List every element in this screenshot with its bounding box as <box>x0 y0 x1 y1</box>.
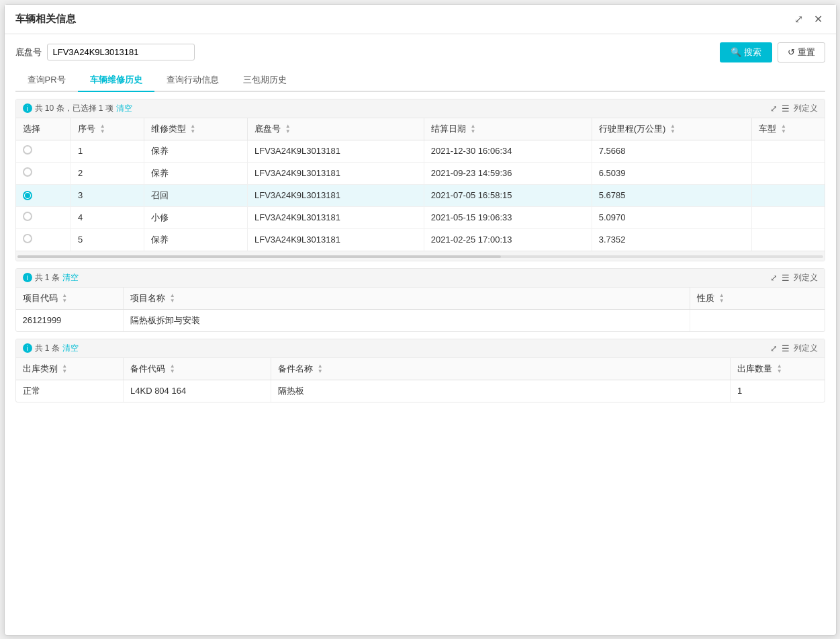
cell-seq: 3 <box>71 184 144 206</box>
cell-cartype <box>752 228 825 251</box>
tab-pr[interactable]: 查询PR号 <box>15 69 78 92</box>
cell-chassis: LFV3A24K9L3013181 <box>248 228 424 251</box>
table1-clear-btn[interactable]: 清空 <box>116 103 132 114</box>
table3-badge: i 共 1 条 清空 <box>23 343 79 354</box>
mileage-sort-icon[interactable]: ▲▼ <box>670 124 675 134</box>
reset-button[interactable]: ↺ 重置 <box>778 42 825 62</box>
cell-seq: 5 <box>71 228 144 251</box>
table-row[interactable]: 1 保养 LFV3A24K9L3013181 2021-12-30 16:06:… <box>16 140 825 162</box>
table1-badge: i 共 10 条，已选择 1 项 清空 <box>23 103 132 114</box>
cell-date: 2021-07-05 16:58:15 <box>424 184 592 206</box>
table1-header-row: 选择 序号 ▲▼ 维修类型 ▲▼ 底盘号 <box>16 118 825 140</box>
cell-seq: 2 <box>71 162 144 184</box>
outtype-sort-icon[interactable]: ▲▼ <box>62 364 67 374</box>
cell-mileage: 5.0970 <box>592 206 752 228</box>
cell-select[interactable] <box>16 184 71 206</box>
date-sort-icon[interactable]: ▲▼ <box>470 124 475 134</box>
table2-columns-icon[interactable]: ☰ <box>782 273 790 283</box>
cell-nature <box>690 309 825 331</box>
table3-header-row: 出库类别 ▲▼ 备件代码 ▲▼ 备件名称 ▲▼ 出库数量 <box>16 358 825 380</box>
chassis-label: 底盘号 <box>15 46 42 58</box>
parts-section: i 共 1 条 清空 ⤢ ☰ 列定义 出库类别 ▲▼ <box>15 339 825 402</box>
cell-select[interactable] <box>16 140 71 162</box>
cell-date: 2021-05-15 19:06:33 <box>424 206 592 228</box>
table3-info-text: 共 1 条 <box>35 343 60 354</box>
table1-info-bar: i 共 10 条，已选择 1 项 清空 ⤢ ☰ 列定义 <box>16 99 825 118</box>
cell-select[interactable] <box>16 206 71 228</box>
table2-columns-label: 列定义 <box>794 272 818 284</box>
col-project-name: 项目名称 ▲▼ <box>124 288 690 310</box>
cell-type: 召回 <box>144 184 247 206</box>
table1-scroll-area[interactable]: 选择 序号 ▲▼ 维修类型 ▲▼ 底盘号 <box>16 118 825 251</box>
table1-columns-icon[interactable]: ☰ <box>782 103 790 114</box>
col-cartype: 车型 ▲▼ <box>752 118 825 140</box>
col-date: 结算日期 ▲▼ <box>424 118 592 140</box>
table2-badge: i 共 1 条 清空 <box>23 272 79 284</box>
col-seq: 序号 ▲▼ <box>71 118 144 140</box>
seq-sort-icon[interactable]: ▲▼ <box>100 124 105 134</box>
table1-scrollbar-thumb <box>17 255 501 258</box>
modal-body: 底盘号 🔍 搜索 ↺ 重置 查询PR号 车辆维修历史 查询行动信息 三包期历史 <box>5 34 836 635</box>
cell-date: 2021-02-25 17:00:13 <box>424 228 592 251</box>
radio-btn[interactable] <box>23 167 32 177</box>
type-sort-icon[interactable]: ▲▼ <box>190 124 195 134</box>
radio-btn[interactable] <box>23 234 32 243</box>
table1-expand-icon[interactable]: ⤢ <box>770 103 778 114</box>
table3-expand-icon[interactable]: ⤢ <box>770 343 778 353</box>
table1-actions: ⤢ ☰ 列定义 <box>770 103 818 114</box>
cell-project-code: 26121999 <box>16 309 124 331</box>
partname-sort-icon[interactable]: ▲▼ <box>318 364 323 374</box>
table2-clear-btn[interactable]: 清空 <box>62 272 79 284</box>
chassis-sort-icon[interactable]: ▲▼ <box>285 124 291 134</box>
table2-expand-icon[interactable]: ⤢ <box>770 273 778 283</box>
table-row[interactable]: 2 保养 LFV3A24K9L3013181 2021-09-23 14:59:… <box>16 162 825 184</box>
tab-action[interactable]: 查询行动信息 <box>154 69 231 92</box>
table2-info-text: 共 1 条 <box>35 272 60 284</box>
cartype-sort-icon[interactable]: ▲▼ <box>781 124 786 134</box>
pname-sort-icon[interactable]: ▲▼ <box>170 293 175 304</box>
resize-icon[interactable]: ⤢ <box>792 11 806 27</box>
repair-history-table: 选择 序号 ▲▼ 维修类型 ▲▼ 底盘号 <box>16 118 825 251</box>
cell-mileage: 7.5668 <box>592 140 752 162</box>
partcode-sort-icon[interactable]: ▲▼ <box>170 364 175 374</box>
qty-sort-icon[interactable]: ▲▼ <box>777 364 782 374</box>
close-icon[interactable]: ✕ <box>811 11 825 27</box>
cell-select[interactable] <box>16 228 71 251</box>
table1-info-dot: i <box>23 103 32 113</box>
table-row[interactable]: 5 保养 LFV3A24K9L3013181 2021-02-25 17:00:… <box>16 228 825 251</box>
radio-btn[interactable] <box>23 191 32 200</box>
table2-actions: ⤢ ☰ 列定义 <box>770 272 818 284</box>
table-row[interactable]: 3 召回 LFV3A24K9L3013181 2021-07-05 16:58:… <box>16 184 825 206</box>
table-row: 正常 L4KD 804 164 隔热板 1 <box>16 380 825 402</box>
pcode-sort-icon[interactable]: ▲▼ <box>62 293 67 304</box>
modal-title: 车辆相关信息 <box>15 13 76 26</box>
table2-info-bar: i 共 1 条 清空 ⤢ ☰ 列定义 <box>16 269 825 288</box>
search-bar: 底盘号 🔍 搜索 ↺ 重置 <box>15 42 825 62</box>
radio-btn[interactable] <box>23 145 32 155</box>
cell-cartype <box>752 140 825 162</box>
table3-columns-label: 列定义 <box>794 343 818 354</box>
tab-warranty[interactable]: 三包期历史 <box>231 69 299 92</box>
table3-clear-btn[interactable]: 清空 <box>62 343 79 354</box>
col-chassis: 底盘号 ▲▼ <box>248 118 424 140</box>
project-table: 项目代码 ▲▼ 项目名称 ▲▼ 性质 ▲▼ 2 <box>16 288 825 331</box>
cell-partcode: L4KD 804 164 <box>124 380 271 402</box>
cell-outtype: 正常 <box>16 380 124 402</box>
search-button[interactable]: 🔍 搜索 <box>720 42 772 62</box>
project-section: i 共 1 条 清空 ⤢ ☰ 列定义 项目代码 ▲▼ <box>15 268 825 332</box>
cell-type: 保养 <box>144 162 247 184</box>
cell-chassis: LFV3A24K9L3013181 <box>248 162 424 184</box>
chassis-input[interactable] <box>47 44 195 60</box>
table-row: 26121999 隔热板拆卸与安装 <box>16 309 825 331</box>
cell-cartype <box>752 184 825 206</box>
radio-btn[interactable] <box>23 212 32 221</box>
nature-sort-icon[interactable]: ▲▼ <box>719 293 725 304</box>
cell-type: 保养 <box>144 140 247 162</box>
table3-info-dot: i <box>23 343 32 353</box>
cell-select[interactable] <box>16 162 71 184</box>
table3-columns-icon[interactable]: ☰ <box>782 343 790 353</box>
table-row[interactable]: 4 小修 LFV3A24K9L3013181 2021-05-15 19:06:… <box>16 206 825 228</box>
tab-history[interactable]: 车辆维修历史 <box>78 69 154 92</box>
parts-table: 出库类别 ▲▼ 备件代码 ▲▼ 备件名称 ▲▼ 出库数量 <box>16 358 825 402</box>
col-nature: 性质 ▲▼ <box>690 288 825 310</box>
